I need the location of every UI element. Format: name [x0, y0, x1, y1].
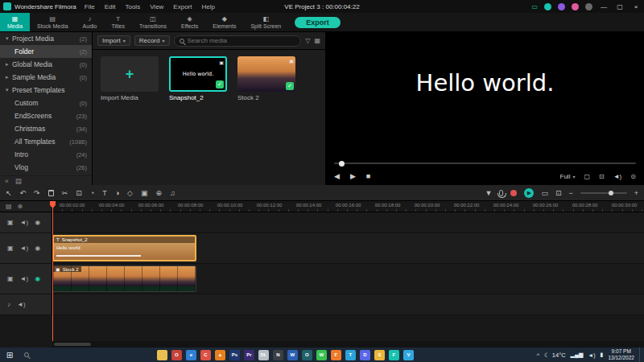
split-icon[interactable]: ✂ [62, 189, 68, 197]
taskbar-app-obs[interactable]: O [302, 350, 312, 360]
collapse-sidebar-icon[interactable]: « [5, 177, 9, 185]
previous-frame-button[interactable]: ◀ [334, 172, 340, 180]
scrollbar-handle[interactable] [54, 343, 91, 346]
volume-icon[interactable]: ◄) [588, 352, 595, 358]
menu-export[interactable]: Export [173, 3, 192, 10]
menu-tools[interactable]: Tools [125, 3, 140, 10]
sync-icon[interactable] [544, 3, 551, 10]
filter-icon[interactable]: ▽ [305, 37, 310, 44]
taskbar-app-chrome[interactable]: C [200, 350, 211, 360]
fit-screen-icon[interactable]: ▢ [584, 173, 590, 180]
sidebar-item-sample-media[interactable]: ▸ Sample Media (0) [0, 71, 92, 84]
track-lane[interactable]: T Snapshot_2 Hello world [52, 233, 644, 263]
menu-file[interactable]: File [85, 3, 95, 10]
record-status-icon[interactable] [572, 3, 579, 10]
timeline-zoom-slider[interactable] [580, 192, 627, 194]
sidebar-item-vlog[interactable]: Vlog (26) [0, 161, 92, 174]
toggle-visibility-icon[interactable]: ◉ [35, 275, 40, 282]
track-lane[interactable] [52, 294, 644, 315]
crop-icon[interactable]: ⊡ [76, 189, 82, 197]
video-viewer[interactable]: Hello world. [326, 32, 644, 159]
playhead[interactable] [52, 201, 53, 341]
audio-mixer-icon[interactable]: ♫ [170, 189, 175, 197]
import-button[interactable]: Import ▾ [97, 35, 130, 46]
seek-track[interactable] [334, 162, 636, 164]
taskbar-app-firefox[interactable]: F [331, 350, 341, 360]
search-input[interactable] [188, 37, 296, 44]
volume-icon[interactable]: ◄) [613, 173, 622, 180]
display-quality-dropdown[interactable]: Full ▾ [560, 173, 576, 180]
marker-icon[interactable]: ▼ [485, 189, 492, 197]
tab-media[interactable]: ▦ Media [0, 13, 30, 31]
timeline-clip-stock-2[interactable]: ▣ Stock 2 [52, 265, 196, 292]
maximize-button[interactable]: ▢ [615, 3, 625, 10]
tab-elements[interactable]: ◆ Elements [205, 13, 243, 31]
sidebar-item-global-media[interactable]: ▸ Global Media (0) [0, 58, 92, 71]
track-lane[interactable]: ▣ Stock 2 [52, 264, 644, 294]
search-box[interactable] [174, 35, 302, 47]
fullscreen-icon[interactable]: ⊡ [599, 173, 605, 180]
add-track-icon[interactable]: ⊕ [18, 203, 23, 210]
sidebar-item-custom[interactable]: Custom (0) [0, 97, 92, 109]
text-tool-icon[interactable]: T [102, 189, 107, 197]
play-button[interactable]: ▶ [350, 172, 356, 180]
media-item-import[interactable]: + Import Media [101, 56, 159, 101]
taskbar-app-word[interactable]: W [287, 350, 298, 360]
snapshot-icon[interactable]: ⊙ [630, 173, 636, 180]
timeline-horizontal-scrollbar[interactable] [52, 341, 644, 348]
tab-titles[interactable]: T Titles [105, 13, 132, 31]
resize-handle-icon[interactable]: ▤ [15, 177, 22, 185]
stock-thumbnail[interactable]: ▣ ✓ [237, 56, 295, 92]
import-media-tile[interactable]: + [101, 56, 159, 92]
start-button[interactable]: ⊞ [0, 351, 19, 360]
menu-help[interactable]: Help [201, 3, 214, 10]
zoom-slider-handle[interactable] [609, 191, 613, 195]
media-item-snapshot-2[interactable]: Hello world. ▣ ✓ Snapshot_2 [169, 56, 227, 101]
delete-icon[interactable] [48, 190, 54, 196]
menu-edit[interactable]: Edit [105, 3, 116, 10]
timeline-clip-snapshot-2[interactable]: T Snapshot_2 Hello world [52, 235, 196, 261]
mute-track-icon[interactable]: ◄) [17, 301, 26, 308]
manage-tracks-icon[interactable]: ▤ [6, 203, 12, 210]
taskbar-app-browser-red[interactable]: O [171, 350, 182, 360]
network-icon[interactable]: ▂▄▆ [571, 352, 584, 358]
taskbar-app-spotify[interactable]: S [374, 350, 385, 360]
zoom-to-fit-icon[interactable]: ⊡ [555, 189, 562, 197]
stop-button[interactable]: ■ [366, 172, 370, 180]
tab-stock-media[interactable]: ▤ Stock Media [30, 13, 76, 31]
taskbar-app-photoshop[interactable]: Ps [229, 350, 240, 360]
mute-track-icon[interactable]: ◄) [20, 275, 29, 282]
sidebar-item-folder[interactable]: Folder (2) [0, 45, 92, 58]
view-mode-icon[interactable]: ▦ [314, 37, 320, 44]
tray-expand-icon[interactable]: ^ [537, 352, 539, 358]
toggle-visibility-icon[interactable]: ◉ [35, 219, 40, 226]
media-item-stock-2[interactable]: ▣ ✓ Stock 2 [237, 56, 295, 101]
zoom-in-icon[interactable]: + [634, 189, 638, 197]
user-avatar[interactable] [585, 3, 592, 10]
taskbar-app-edge[interactable]: e [186, 350, 196, 360]
export-button[interactable]: Export [295, 17, 341, 28]
taskbar-app-telegram[interactable]: T [345, 350, 356, 360]
redo-icon[interactable]: ↷ [34, 189, 40, 197]
notification-icon[interactable] [558, 3, 565, 10]
tab-transitions[interactable]: ◫ Transitions [132, 13, 174, 31]
track-lane[interactable] [52, 212, 644, 232]
sidebar-item-intro[interactable]: Intro (24) [0, 148, 92, 161]
taskbar-app-dl[interactable]: DL [258, 350, 269, 360]
screen-record-icon[interactable]: ▶ [524, 188, 534, 198]
taskbar-app-vlc[interactable]: ▲ [215, 350, 225, 360]
sidebar-item-project-media[interactable]: ▾ Project Media (2) [0, 32, 92, 45]
voiceover-record-icon[interactable] [510, 190, 517, 196]
taskbar-app-filmora[interactable]: F [389, 350, 399, 360]
taskbar-app-vscode[interactable]: V [403, 350, 414, 360]
weather-widget[interactable]: ☾ 14°C [544, 352, 566, 359]
close-button[interactable]: × [631, 3, 641, 10]
timeline-ruler[interactable]: 00:00:02:00 00:00:04:00 00:00:06:00 00:0… [52, 201, 644, 212]
chroma-key-icon[interactable]: ▣ [141, 189, 148, 197]
render-preview-icon[interactable]: ▭ [541, 189, 548, 197]
sidebar-item-all-templates[interactable]: All Templates (1086) [0, 135, 92, 148]
screen-cast-icon[interactable]: ▭ [531, 3, 538, 10]
speed-icon[interactable]: ◔ [90, 189, 94, 197]
show-desktop-button[interactable] [639, 348, 642, 362]
taskbar-app-discord[interactable]: D [360, 350, 370, 360]
